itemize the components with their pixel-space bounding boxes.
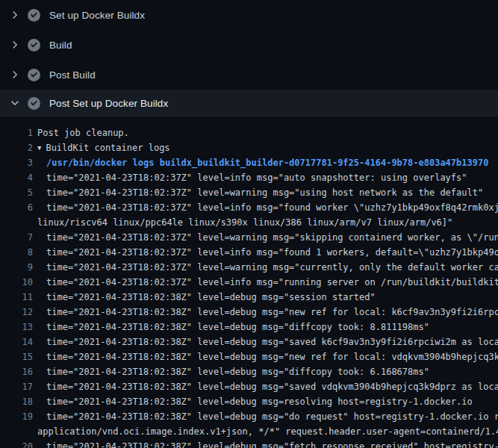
log-view: 1Post job cleanup.2▼BuildKit container l… <box>0 116 498 448</box>
log-text: time="2021-04-23T18:02:37Z" level=info m… <box>33 200 498 215</box>
log-text: time="2021-04-23T18:02:37Z" level=info m… <box>33 275 498 290</box>
chevron-down-icon <box>9 97 21 109</box>
step-row-post-build[interactable]: Post Build <box>0 60 498 90</box>
line-number[interactable]: 18 <box>0 394 33 409</box>
line-number[interactable]: 20 <box>0 439 33 448</box>
log-line: 13time="2021-04-23T18:02:38Z" level=debu… <box>0 320 498 335</box>
log-text: time="2021-04-23T18:02:38Z" level=debug … <box>33 394 473 409</box>
log-text: time="2021-04-23T18:02:38Z" level=debug … <box>33 439 498 448</box>
log-text: Post job cleanup. <box>33 125 129 140</box>
line-number[interactable]: 17 <box>0 379 33 394</box>
check-circle-icon <box>28 9 40 22</box>
log-line: 12time="2021-04-23T18:02:38Z" level=debu… <box>0 305 498 320</box>
chevron-right-icon <box>9 9 21 21</box>
line-number[interactable]: 16 <box>0 364 33 379</box>
log-line: 8time="2021-04-23T18:02:37Z" level=info … <box>0 245 498 260</box>
log-text: time="2021-04-23T18:02:38Z" level=debug … <box>33 290 376 305</box>
line-number[interactable]: 7 <box>0 230 33 245</box>
log-text: time="2021-04-23T18:02:38Z" level=debug … <box>33 305 498 320</box>
log-line: 5time="2021-04-23T18:02:37Z" level=warni… <box>0 185 498 200</box>
line-number[interactable]: 4 <box>0 170 33 185</box>
log-text: time="2021-04-23T18:02:37Z" level=info m… <box>33 245 498 260</box>
line-number[interactable]: 13 <box>0 320 33 335</box>
line-number[interactable]: 12 <box>0 305 33 320</box>
log-line: 17time="2021-04-23T18:02:38Z" level=debu… <box>0 379 498 394</box>
log-text: time="2021-04-23T18:02:38Z" level=debug … <box>33 335 498 349</box>
line-number <box>0 215 33 230</box>
log-group-label[interactable]: BuildKit container logs <box>46 143 169 153</box>
log-line: 10time="2021-04-23T18:02:37Z" level=info… <box>0 275 498 290</box>
log-line: 7time="2021-04-23T18:02:37Z" level=warni… <box>0 230 498 245</box>
line-number[interactable]: 5 <box>0 185 33 200</box>
log-line: 14time="2021-04-23T18:02:38Z" level=debu… <box>0 335 498 349</box>
line-number[interactable]: 2 <box>0 140 33 155</box>
log-text: time="2021-04-23T18:02:38Z" level=debug … <box>33 349 498 364</box>
log-text: linux/riscv64 linux/ppc64le linux/s390x … <box>33 215 452 230</box>
group-collapse-icon[interactable]: ▼ <box>37 140 41 155</box>
log-command-text: /usr/bin/docker logs buildx_buildkit_bui… <box>33 155 488 170</box>
log-line: 18time="2021-04-23T18:02:38Z" level=debu… <box>0 394 498 409</box>
log-group-header: ▼BuildKit container logs <box>33 140 170 155</box>
log-text: time="2021-04-23T18:02:37Z" level=warnin… <box>33 230 498 245</box>
line-number[interactable]: 14 <box>0 335 33 349</box>
log-text: time="2021-04-23T18:02:37Z" level=warnin… <box>33 185 483 200</box>
log-text: time="2021-04-23T18:02:37Z" level=warnin… <box>33 260 498 275</box>
step-row-build[interactable]: Build <box>0 30 498 60</box>
log-line: 15time="2021-04-23T18:02:38Z" level=debu… <box>0 349 498 364</box>
step-row-post-set-up-docker-buildx[interactable]: Post Set up Docker Buildx <box>0 90 498 116</box>
chevron-right-icon <box>9 69 21 81</box>
step-row-set-up-docker-buildx[interactable]: Set up Docker Buildx <box>0 0 498 30</box>
step-label: Set up Docker Buildx <box>49 10 145 21</box>
log-line: 20time="2021-04-23T18:02:38Z" level=debu… <box>0 439 498 448</box>
log-line: 2▼BuildKit container logs <box>0 140 498 155</box>
step-label: Build <box>49 40 72 51</box>
chevron-right-icon <box>9 39 21 51</box>
line-number[interactable]: 8 <box>0 245 33 260</box>
step-label: Post Set up Docker Buildx <box>49 98 168 109</box>
log-line: 1Post job cleanup. <box>0 125 498 140</box>
check-circle-icon <box>28 39 40 52</box>
log-line: 3/usr/bin/docker logs buildx_buildkit_bu… <box>0 155 498 170</box>
line-number[interactable]: 6 <box>0 200 33 215</box>
line-number[interactable]: 9 <box>0 260 33 275</box>
log-line: 9time="2021-04-23T18:02:37Z" level=warni… <box>0 260 498 275</box>
log-text: application/vnd.oci.image.index.v1+json,… <box>33 424 498 439</box>
line-number[interactable]: 15 <box>0 349 33 364</box>
steps-list: Set up Docker BuildxBuildPost BuildPost … <box>0 0 498 116</box>
log-line: 4time="2021-04-23T18:02:37Z" level=info … <box>0 170 498 185</box>
step-label: Post Build <box>49 69 96 81</box>
line-number <box>0 424 33 439</box>
log-line: 19time="2021-04-23T18:02:38Z" level=debu… <box>0 409 498 424</box>
log-line: 11time="2021-04-23T18:02:38Z" level=debu… <box>0 290 498 305</box>
line-number[interactable]: 1 <box>0 125 33 140</box>
log-line: 6time="2021-04-23T18:02:37Z" level=info … <box>0 200 498 215</box>
log-line-continuation: application/vnd.oci.image.index.v1+json,… <box>0 424 498 439</box>
check-circle-icon <box>28 97 40 110</box>
log-text: time="2021-04-23T18:02:38Z" level=debug … <box>33 364 429 379</box>
log-text: time="2021-04-23T18:02:38Z" level=debug … <box>33 379 498 394</box>
log-text: time="2021-04-23T18:02:38Z" level=debug … <box>33 320 429 335</box>
log-line: 16time="2021-04-23T18:02:38Z" level=debu… <box>0 364 498 379</box>
line-number[interactable]: 10 <box>0 275 33 290</box>
log-text: time="2021-04-23T18:02:37Z" level=info m… <box>33 170 467 185</box>
check-circle-icon <box>28 69 40 81</box>
log-line-continuation: linux/riscv64 linux/ppc64le linux/s390x … <box>0 215 498 230</box>
line-number[interactable]: 3 <box>0 155 33 170</box>
line-number[interactable]: 19 <box>0 409 33 424</box>
log-text: time="2021-04-23T18:02:38Z" level=debug … <box>33 409 498 424</box>
line-number[interactable]: 11 <box>0 290 33 305</box>
